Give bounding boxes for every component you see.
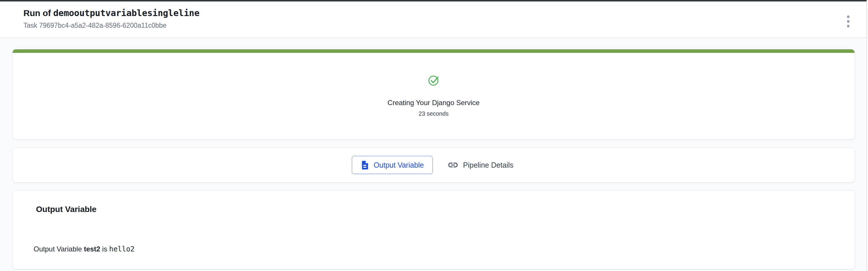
page-title-prefix: Run of (23, 8, 53, 18)
tab-label: Pipeline Details (463, 161, 513, 169)
tab-pipeline-details[interactable]: Pipeline Details (446, 156, 515, 174)
output-card-heading: Output Variable (24, 204, 843, 215)
output-variable-line: Output Variable test2 is hello2 (24, 244, 843, 254)
run-name: demooutputvariablesingleline (53, 8, 199, 18)
link-icon (447, 160, 459, 171)
tabs-card: Output Variable Pipeline Details (12, 147, 855, 182)
status-card: Creating Your Django Service 23 seconds (12, 49, 855, 140)
tab-label: Output Variable (373, 161, 424, 169)
output-line-prefix: Output Variable (34, 245, 84, 253)
check-circle-icon (428, 74, 439, 86)
main-content: Creating Your Django Service 23 seconds … (0, 38, 868, 269)
status-title: Creating Your Django Service (388, 98, 479, 107)
output-line-middle: is (100, 245, 110, 253)
output-variable-name: test2 (84, 245, 100, 253)
output-variable-value: hello2 (109, 245, 134, 253)
page-header: Run of demooutputvariablesingleline Task… (0, 1, 868, 38)
status-duration: 23 seconds (418, 110, 448, 117)
tab-output-variable[interactable]: Output Variable (352, 156, 433, 174)
document-icon (361, 160, 369, 170)
task-id-subtitle: Task 79697bc4-a5a2-482a-8596-6200a11c0bb… (23, 21, 845, 30)
output-variable-card: Output Variable Output Variable test2 is… (12, 191, 855, 269)
kebab-menu-icon[interactable] (842, 14, 854, 29)
status-accent-bar (12, 49, 855, 53)
scrollbar-edge (867, 0, 868, 271)
page-title: Run of demooutputvariablesingleline (23, 7, 845, 19)
